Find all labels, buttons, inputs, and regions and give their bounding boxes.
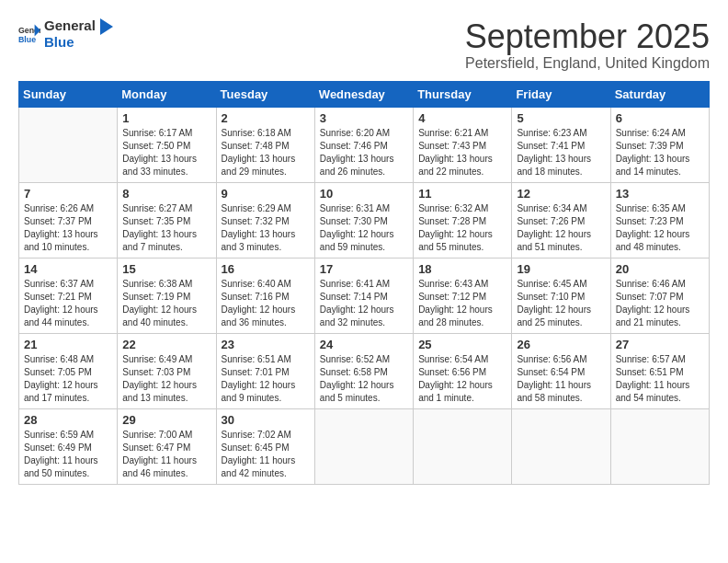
day-number: 8 [122, 187, 210, 201]
day-number: 15 [122, 262, 210, 276]
logo-text: General [44, 18, 114, 35]
day-number: 21 [24, 338, 112, 351]
day-number: 11 [418, 187, 506, 201]
day-info: Sunrise: 6:49 AM Sunset: 7:03 PM Dayligh… [122, 353, 210, 405]
day-info: Sunrise: 6:20 AM Sunset: 7:46 PM Dayligh… [320, 127, 408, 178]
calendar-cell: 20Sunrise: 6:46 AM Sunset: 7:07 PM Dayli… [610, 258, 709, 333]
day-number: 2 [222, 111, 310, 125]
day-number: 16 [222, 262, 310, 276]
title-area: September 2025 Petersfield, England, Uni… [465, 18, 710, 72]
day-info: Sunrise: 6:29 AM Sunset: 7:32 PM Dayligh… [222, 202, 310, 254]
day-info: Sunrise: 6:56 AM Sunset: 6:54 PM Dayligh… [517, 353, 605, 405]
day-info: Sunrise: 7:00 AM Sunset: 6:47 PM Dayligh… [122, 429, 210, 480]
logo-arrow-icon [97, 18, 113, 35]
calendar-cell: 18Sunrise: 6:43 AM Sunset: 7:12 PM Dayli… [414, 258, 512, 333]
calendar-cell: 24Sunrise: 6:52 AM Sunset: 6:58 PM Dayli… [314, 333, 413, 408]
calendar-cell: 16Sunrise: 6:40 AM Sunset: 7:16 PM Dayli… [216, 258, 314, 333]
day-info: Sunrise: 6:57 AM Sunset: 6:51 PM Dayligh… [616, 353, 704, 405]
logo-icon: General Blue [18, 23, 40, 45]
logo: General Blue General Blue [18, 18, 114, 51]
day-info: Sunrise: 6:35 AM Sunset: 7:23 PM Dayligh… [616, 202, 704, 254]
calendar-cell: 8Sunrise: 6:27 AM Sunset: 7:35 PM Daylig… [118, 182, 216, 258]
day-info: Sunrise: 6:48 AM Sunset: 7:05 PM Dayligh… [24, 353, 112, 405]
day-number: 26 [517, 338, 605, 351]
calendar-cell: 2Sunrise: 6:18 AM Sunset: 7:48 PM Daylig… [216, 107, 314, 182]
calendar-cell: 23Sunrise: 6:51 AM Sunset: 7:01 PM Dayli… [216, 333, 314, 408]
calendar-cell: 7Sunrise: 6:26 AM Sunset: 7:37 PM Daylig… [19, 182, 118, 258]
weekday-header-row: SundayMondayTuesdayWednesdayThursdayFrid… [19, 81, 710, 107]
calendar-cell: 25Sunrise: 6:54 AM Sunset: 6:56 PM Dayli… [414, 333, 512, 408]
calendar-cell: 5Sunrise: 6:23 AM Sunset: 7:41 PM Daylig… [512, 107, 610, 182]
day-number: 6 [616, 111, 704, 125]
day-number: 17 [320, 262, 408, 276]
day-number: 5 [517, 111, 605, 125]
calendar-cell [610, 408, 709, 484]
day-number: 14 [24, 262, 112, 276]
calendar-cell: 28Sunrise: 6:59 AM Sunset: 6:49 PM Dayli… [19, 408, 118, 484]
calendar-cell: 14Sunrise: 6:37 AM Sunset: 7:21 PM Dayli… [19, 258, 118, 333]
day-number: 23 [222, 338, 310, 351]
day-number: 7 [24, 187, 112, 201]
calendar-cell: 10Sunrise: 6:31 AM Sunset: 7:30 PM Dayli… [314, 182, 413, 258]
calendar-cell: 11Sunrise: 6:32 AM Sunset: 7:28 PM Dayli… [414, 182, 512, 258]
calendar-cell: 29Sunrise: 7:00 AM Sunset: 6:47 PM Dayli… [118, 408, 216, 484]
calendar-cell: 30Sunrise: 7:02 AM Sunset: 6:45 PM Dayli… [216, 408, 314, 484]
weekday-header-sunday: Sunday [19, 81, 118, 107]
weekday-header-thursday: Thursday [414, 81, 512, 107]
day-info: Sunrise: 6:24 AM Sunset: 7:39 PM Dayligh… [616, 127, 704, 178]
day-info: Sunrise: 6:59 AM Sunset: 6:49 PM Dayligh… [24, 429, 112, 480]
calendar-cell: 3Sunrise: 6:20 AM Sunset: 7:46 PM Daylig… [314, 107, 413, 182]
day-info: Sunrise: 6:52 AM Sunset: 6:58 PM Dayligh… [320, 353, 408, 405]
day-number: 1 [122, 111, 210, 125]
calendar-cell [512, 408, 610, 484]
day-info: Sunrise: 6:32 AM Sunset: 7:28 PM Dayligh… [418, 202, 506, 254]
calendar-cell: 21Sunrise: 6:48 AM Sunset: 7:05 PM Dayli… [19, 333, 118, 408]
calendar-week-row: 1Sunrise: 6:17 AM Sunset: 7:50 PM Daylig… [19, 107, 710, 182]
calendar-cell: 19Sunrise: 6:45 AM Sunset: 7:10 PM Dayli… [512, 258, 610, 333]
weekday-header-friday: Friday [512, 81, 610, 107]
calendar-cell [414, 408, 512, 484]
day-info: Sunrise: 6:38 AM Sunset: 7:19 PM Dayligh… [122, 278, 210, 329]
calendar-week-row: 21Sunrise: 6:48 AM Sunset: 7:05 PM Dayli… [19, 333, 710, 408]
day-info: Sunrise: 6:45 AM Sunset: 7:10 PM Dayligh… [517, 278, 605, 329]
calendar-cell: 1Sunrise: 6:17 AM Sunset: 7:50 PM Daylig… [118, 107, 216, 182]
calendar-cell [19, 107, 118, 182]
day-number: 28 [24, 413, 112, 427]
calendar-cell: 15Sunrise: 6:38 AM Sunset: 7:19 PM Dayli… [118, 258, 216, 333]
day-number: 20 [616, 262, 704, 276]
day-number: 10 [320, 187, 408, 201]
weekday-header-saturday: Saturday [610, 81, 709, 107]
calendar-cell: 17Sunrise: 6:41 AM Sunset: 7:14 PM Dayli… [314, 258, 413, 333]
day-info: Sunrise: 6:21 AM Sunset: 7:43 PM Dayligh… [418, 127, 506, 178]
calendar-cell: 12Sunrise: 6:34 AM Sunset: 7:26 PM Dayli… [512, 182, 610, 258]
day-info: Sunrise: 6:23 AM Sunset: 7:41 PM Dayligh… [517, 127, 605, 178]
day-number: 13 [616, 187, 704, 201]
weekday-header-tuesday: Tuesday [216, 81, 314, 107]
day-info: Sunrise: 6:54 AM Sunset: 6:56 PM Dayligh… [418, 353, 506, 405]
calendar-cell [314, 408, 413, 484]
day-info: Sunrise: 6:31 AM Sunset: 7:30 PM Dayligh… [320, 202, 408, 254]
calendar-cell: 27Sunrise: 6:57 AM Sunset: 6:51 PM Dayli… [610, 333, 709, 408]
day-number: 30 [222, 413, 310, 427]
day-info: Sunrise: 6:43 AM Sunset: 7:12 PM Dayligh… [418, 278, 506, 329]
day-info: Sunrise: 6:26 AM Sunset: 7:37 PM Dayligh… [24, 202, 112, 254]
day-info: Sunrise: 6:34 AM Sunset: 7:26 PM Dayligh… [517, 202, 605, 254]
day-number: 24 [320, 338, 408, 351]
day-info: Sunrise: 6:17 AM Sunset: 7:50 PM Dayligh… [122, 127, 210, 178]
day-info: Sunrise: 6:18 AM Sunset: 7:48 PM Dayligh… [222, 127, 310, 178]
weekday-header-monday: Monday [118, 81, 216, 107]
day-number: 9 [222, 187, 310, 201]
day-number: 25 [418, 338, 506, 351]
calendar-week-row: 14Sunrise: 6:37 AM Sunset: 7:21 PM Dayli… [19, 258, 710, 333]
day-number: 29 [122, 413, 210, 427]
day-number: 19 [517, 262, 605, 276]
calendar-week-row: 28Sunrise: 6:59 AM Sunset: 6:49 PM Dayli… [19, 408, 710, 484]
day-number: 4 [418, 111, 506, 125]
page-header: General Blue General Blue September 2025… [18, 18, 710, 72]
calendar-cell: 4Sunrise: 6:21 AM Sunset: 7:43 PM Daylig… [414, 107, 512, 182]
calendar-table: SundayMondayTuesdayWednesdayThursdayFrid… [18, 81, 710, 485]
svg-marker-3 [100, 18, 113, 35]
day-number: 12 [517, 187, 605, 201]
svg-text:Blue: Blue [18, 35, 36, 44]
day-info: Sunrise: 6:37 AM Sunset: 7:21 PM Dayligh… [24, 278, 112, 329]
